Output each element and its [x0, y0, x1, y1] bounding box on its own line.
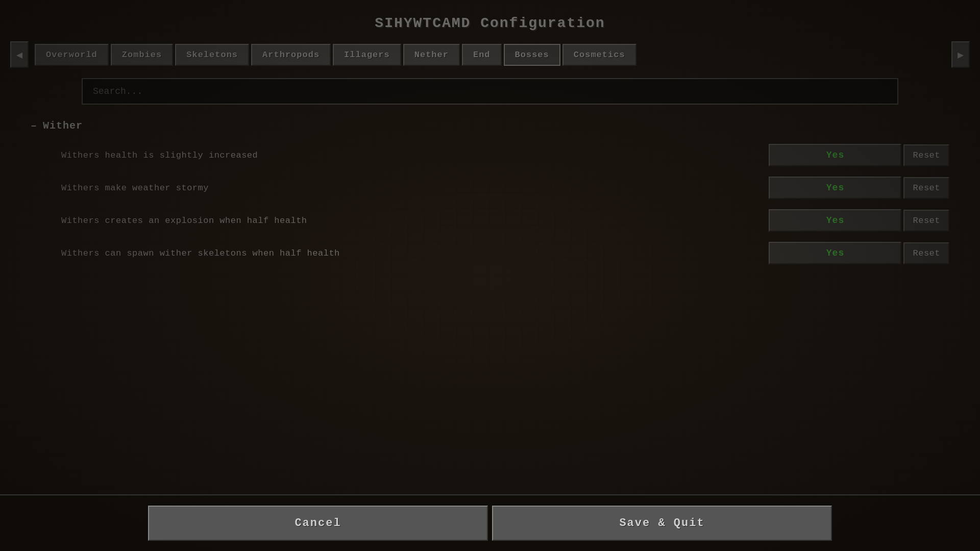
- config-label-wither-explosion: Withers creates an explosion when half h…: [61, 216, 769, 226]
- config-label-wither-health: Withers health is slightly increased: [61, 151, 769, 160]
- tab-arthropods[interactable]: Arthropods: [251, 44, 331, 66]
- tab-bar: ◀ Overworld Zombies Skeletons Arthropods…: [0, 41, 980, 68]
- config-row-wither-explosion: Withers creates an explosion when half h…: [31, 205, 949, 236]
- cancel-button[interactable]: Cancel: [148, 506, 488, 541]
- tab-bosses[interactable]: Bosses: [504, 44, 560, 66]
- reset-btn-wither-spawn[interactable]: Reset: [903, 242, 949, 264]
- config-controls-wither-health: Yes Reset: [769, 144, 949, 166]
- config-controls-wither-weather: Yes Reset: [769, 177, 949, 199]
- value-btn-wither-health[interactable]: Yes: [769, 144, 901, 166]
- config-controls-wither-spawn: Yes Reset: [769, 242, 949, 264]
- tab-scroll-right[interactable]: ▶: [951, 41, 970, 68]
- reset-btn-wither-weather[interactable]: Reset: [903, 177, 949, 199]
- tab-overworld[interactable]: Overworld: [35, 44, 109, 66]
- config-row-wither-health: Withers health is slightly increased Yes…: [31, 140, 949, 170]
- search-input[interactable]: [82, 78, 898, 105]
- value-btn-wither-spawn[interactable]: Yes: [769, 242, 901, 264]
- config-row-wither-spawn: Withers can spawn wither skeletons when …: [31, 238, 949, 268]
- tab-nether[interactable]: Nether: [403, 44, 460, 66]
- page-title: SIHYWTCAMD Configuration: [0, 0, 980, 41]
- config-content: – Wither Withers health is slightly incr…: [0, 120, 980, 268]
- wither-section-header: – Wither: [31, 120, 949, 132]
- tab-skeletons[interactable]: Skeletons: [175, 44, 249, 66]
- config-row-wither-weather: Withers make weather stormy Yes Reset: [31, 172, 949, 203]
- tab-cosmetics[interactable]: Cosmetics: [562, 44, 636, 66]
- tab-illagers[interactable]: Illagers: [333, 44, 401, 66]
- bottom-bar: Cancel Save & Quit: [0, 494, 980, 551]
- tabs-container: Overworld Zombies Skeletons Arthropods I…: [31, 44, 949, 66]
- tab-scroll-left[interactable]: ◀: [10, 41, 29, 68]
- wither-section-title: Wither: [43, 120, 83, 132]
- tab-zombies[interactable]: Zombies: [111, 44, 173, 66]
- value-btn-wither-explosion[interactable]: Yes: [769, 209, 901, 232]
- save-quit-button[interactable]: Save & Quit: [492, 506, 832, 541]
- config-label-wither-weather: Withers make weather stormy: [61, 183, 769, 193]
- reset-btn-wither-health[interactable]: Reset: [903, 144, 949, 166]
- value-btn-wither-weather[interactable]: Yes: [769, 177, 901, 199]
- config-label-wither-spawn: Withers can spawn wither skeletons when …: [61, 248, 769, 258]
- wither-section-toggle[interactable]: –: [31, 120, 37, 132]
- tab-end[interactable]: End: [462, 44, 502, 66]
- reset-btn-wither-explosion[interactable]: Reset: [903, 210, 949, 232]
- config-controls-wither-explosion: Yes Reset: [769, 209, 949, 232]
- search-container: [0, 78, 980, 105]
